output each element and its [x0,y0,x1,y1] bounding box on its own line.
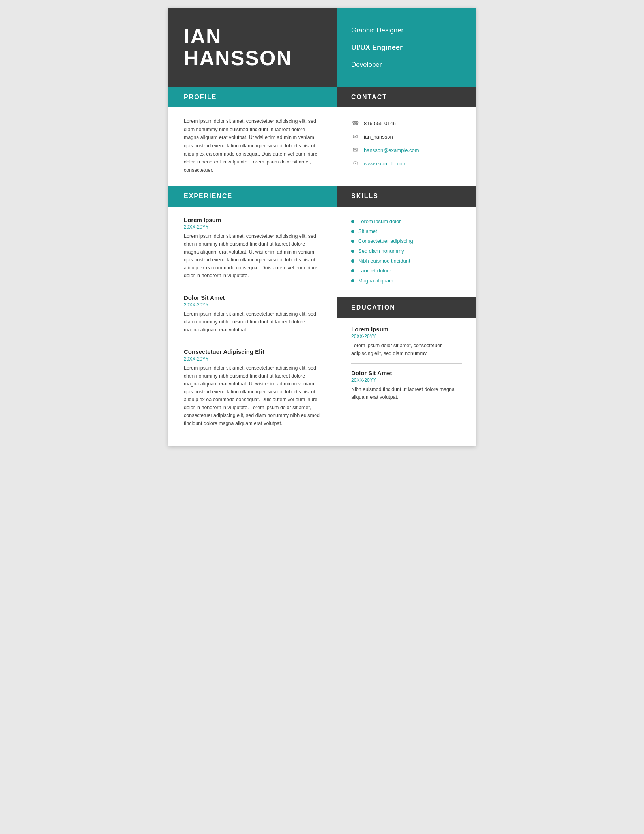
skill-bullet-5 [351,259,354,263]
email-icon: ✉ [351,146,359,154]
edu-date-1: 20XX-20YY [351,334,462,339]
role-developer: Developer [351,61,462,69]
person-name: IAN HANSSON [184,26,292,69]
contact-list: ☎ 816-555-0146 ✉ ian_hansson ✉ hansson@e… [351,117,462,167]
skill-label-1: Lorem ipsum dolor [358,218,401,224]
role-ux-engineer: UI/UX Engineer [351,43,462,52]
skill-bullet-7 [351,279,354,282]
skill-item-5: Nibh euismod tincidunt [351,258,462,264]
resume-document: IAN HANSSON Graphic Designer UI/UX Engin… [168,8,476,446]
role-graphic-designer: Graphic Designer [351,26,462,34]
skill-label-2: Sit amet [358,228,377,234]
header-roles-block: Graphic Designer UI/UX Engineer Develope… [337,8,476,87]
skill-label-7: Magna aliquam [358,278,393,284]
education-entry-2: Dolor Sit Amet 20XX-20YY Nibh euismod ti… [351,363,462,407]
experience-entry-2: Dolor Sit Amet 20XX-20YY Lorem ipsum dol… [184,287,321,341]
email-link[interactable]: hansson@example.com [364,147,419,153]
skill-item-1: Lorem ipsum dolor [351,218,462,224]
skill-label-5: Nibh euismod tincidunt [358,258,410,264]
experience-skills-header-row: EXPERIENCE SKILLS [168,186,476,207]
exp-text-1: Lorem ipsum dolor sit amet, consectetuer… [184,232,321,280]
skill-item-3: Consectetuer adipiscing [351,238,462,244]
contact-content: ☎ 816-555-0146 ✉ ian_hansson ✉ hansson@e… [337,107,476,186]
experience-content: Lorem Ipsum 20XX-20YY Lorem ipsum dolor … [168,207,337,446]
education-entry-1: Lorem Ipsum 20XX-20YY Lorem ipsum dolor … [351,326,462,363]
skills-section-header: SKILLS [337,186,476,207]
skill-item-2: Sit amet [351,228,462,234]
skills-list: Lorem ipsum dolor Sit amet Consectetuer … [351,216,462,286]
skill-label-6: Laoreet dolore [358,268,391,274]
exp-title-3: Consectetuer Adipiscing Elit [184,348,321,355]
profile-section-header: PROFILE [168,87,337,107]
experience-entry-1: Lorem Ipsum 20XX-20YY Lorem ipsum dolor … [184,216,321,287]
profile-contact-header-row: PROFILE CONTACT [168,87,476,107]
experience-section-header: EXPERIENCE [168,186,337,207]
edu-date-2: 20XX-20YY [351,378,462,383]
exp-title-1: Lorem Ipsum [184,216,321,223]
contact-username: ✉ ian_hansson [351,133,462,141]
exp-date-3: 20XX-20YY [184,356,321,362]
phone-icon: ☎ [351,119,359,127]
skill-item-7: Magna aliquam [351,278,462,284]
education-content: Lorem Ipsum 20XX-20YY Lorem ipsum dolor … [337,318,476,407]
edu-title-2: Dolor Sit Amet [351,370,462,376]
role-divider-2 [351,56,462,56]
header-section: IAN HANSSON Graphic Designer UI/UX Engin… [168,8,476,87]
phone-number: 816-555-0146 [364,120,396,126]
education-title: EDUCATION [351,304,395,311]
exp-text-3: Lorem ipsum dolor sit amet, consectetuer… [184,364,321,427]
edu-text-1: Lorem ipsum dolor sit amet, consectetuer… [351,342,462,357]
skills-title: SKILLS [351,193,378,200]
contact-website: ☉ www.example.com [351,160,462,167]
skill-item-6: Laoreet dolore [351,268,462,274]
skills-content: Lorem ipsum dolor Sit amet Consectetuer … [337,207,476,446]
skill-label-4: Sed diam nonummy [358,248,404,254]
skill-item-4: Sed diam nonummy [351,248,462,254]
exp-date-2: 20XX-20YY [184,302,321,308]
contact-section-header: CONTACT [337,87,476,107]
skill-bullet-1 [351,220,354,223]
website-link[interactable]: www.example.com [364,161,406,167]
profile-text: Lorem ipsum dolor sit amet, consectetuer… [184,117,321,174]
edu-text-2: Nibh euismod tincidunt ut laoreet dolore… [351,385,462,401]
experience-entry-3: Consectetuer Adipiscing Elit 20XX-20YY L… [184,341,321,434]
profile-contact-content-row: Lorem ipsum dolor sit amet, consectetuer… [168,107,476,186]
skill-label-3: Consectetuer adipiscing [358,238,413,244]
header-name-block: IAN HANSSON [168,8,337,87]
skill-bullet-2 [351,230,354,233]
first-name: IAN [184,25,222,48]
edu-title-1: Lorem Ipsum [351,326,462,332]
exp-text-2: Lorem ipsum dolor sit amet, consectetuer… [184,310,321,334]
profile-content: Lorem ipsum dolor sit amet, consectetuer… [168,107,337,186]
experience-title: EXPERIENCE [184,193,232,200]
exp-title-2: Dolor Sit Amet [184,294,321,301]
chat-icon: ✉ [351,133,359,141]
profile-title: PROFILE [184,94,217,101]
last-name: HANSSON [184,47,292,70]
globe-icon: ☉ [351,160,359,167]
contact-phone: ☎ 816-555-0146 [351,119,462,127]
skill-bullet-6 [351,269,354,272]
skill-bullet-4 [351,250,354,253]
role-divider-1 [351,39,462,39]
contact-email: ✉ hansson@example.com [351,146,462,154]
exp-date-1: 20XX-20YY [184,224,321,230]
username-value: ian_hansson [364,134,393,140]
education-section-header: EDUCATION [337,297,476,318]
contact-title: CONTACT [351,94,387,101]
experience-skills-content-row: Lorem Ipsum 20XX-20YY Lorem ipsum dolor … [168,207,476,446]
skill-bullet-3 [351,240,354,243]
